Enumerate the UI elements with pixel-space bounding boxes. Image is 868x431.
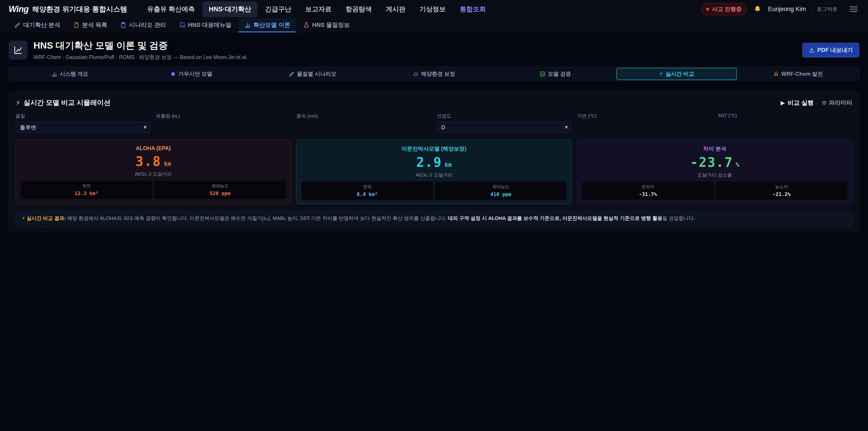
- chart-icon: [13, 45, 23, 55]
- logout-button[interactable]: 로그아웃: [812, 3, 842, 15]
- clipboard-icon: [120, 22, 126, 28]
- subtab-label: HNS 물질정보: [312, 21, 350, 29]
- nav-item-weather[interactable]: 기상정보: [413, 1, 452, 17]
- tab-label: 실시간 비교: [665, 70, 694, 78]
- nav-item-hns-atmos[interactable]: HNS·대기확산: [203, 1, 257, 17]
- result-unit: km: [164, 160, 171, 167]
- tab-gaussian-model[interactable]: 가우시안 모델: [131, 68, 252, 80]
- tab-label: 가우시안 모델: [178, 70, 213, 78]
- tab-marine-correction[interactable]: 해양환경 보정: [374, 68, 494, 80]
- nav-item-aerial-search[interactable]: 항공탐색: [339, 1, 378, 17]
- subtab-hns-manual[interactable]: HNS 대응매뉴얼: [174, 19, 237, 32]
- app-logo[interactable]: Wing 해양환경 위기대응 통합시스템: [8, 4, 127, 14]
- tab-label: 모델 검증: [548, 70, 571, 78]
- simulation-card: ⚡ 실시간 모델 비교 시뮬레이션 ▶ 비교 실행 ⚙ 파라미터 물질 톨루엔 …: [8, 91, 860, 232]
- material-field: 물질 톨루엔 ▼: [16, 113, 150, 133]
- tab-label: 해양환경 보정: [421, 70, 455, 78]
- nav-item-rescue[interactable]: 긴급구난: [259, 1, 298, 17]
- tab-model-validation[interactable]: 모델 검증: [495, 68, 616, 80]
- result-caption: AEGL-2 도달거리: [302, 172, 566, 178]
- sst-label: SST (°C): [718, 113, 852, 118]
- result-unit: %: [736, 161, 739, 168]
- parameter-form: 물질 톨루엔 ▼ 유출량 (kL) 풍속 (m/s) 안정도 D ▼: [15, 113, 853, 140]
- stat-area: 면적 8.4 km²: [302, 182, 433, 200]
- page-header-titles: HNS 대기확산 모델 이론 및 검증 WRF-Chem · Gaussian …: [33, 39, 248, 61]
- air-temp-input[interactable]: [577, 122, 712, 133]
- spill-amount-input[interactable]: [156, 122, 290, 133]
- sub-nav: 대기확산 분석 분석 목록 시나리오 관리 HNS 대응매뉴얼 확산모델 이론 …: [0, 19, 868, 33]
- nav-item-board[interactable]: 게시판: [379, 1, 412, 17]
- pencil-icon: [289, 71, 294, 77]
- tab-substance-scenarios[interactable]: 물질별 시나리오: [252, 68, 373, 80]
- tab-label: 시스템 개요: [60, 70, 88, 78]
- note-lead: 실시간 비교 결과:: [27, 215, 66, 221]
- stat-label: 농도차: [718, 184, 845, 190]
- pdf-export-button[interactable]: PDF 내보내기: [802, 43, 860, 57]
- pdf-export-label: PDF 내보내기: [817, 46, 853, 54]
- result-stats: 면적 8.4 km² 최대농도 410 ppm: [302, 182, 566, 200]
- stat-value: -31.7%: [584, 191, 712, 197]
- spill-amount-field: 유출량 (kL): [156, 113, 290, 133]
- subtab-label: 확산모델 이론: [253, 21, 290, 29]
- tab-system-overview[interactable]: 시스템 개요: [10, 68, 130, 80]
- stat-area: 면적 12.3 km²: [21, 181, 152, 199]
- result-value-line: -23.7 %: [582, 155, 847, 170]
- stat-value: 410 ppm: [437, 191, 565, 197]
- tab-realtime-comparison[interactable]: ⚡ 실시간 비교: [616, 68, 737, 80]
- stat-value: 8.4 km²: [303, 191, 431, 197]
- simulation-header: ⚡ 실시간 모델 비교 시뮬레이션 ▶ 비교 실행 ⚙ 파라미터: [15, 97, 853, 113]
- status-dot-icon: [706, 8, 709, 11]
- comparison-results: ALOHA (EPA) 3.8 km AEGL-2 도달거리 면적 12.3 k…: [15, 140, 853, 204]
- stat-value: 520 ppm: [156, 190, 284, 196]
- app-logo-text: 해양환경 위기대응 통합시스템: [32, 4, 127, 14]
- note-tail: 을 권장합니다.: [662, 215, 695, 221]
- subtab-label: 대기확산 분석: [23, 21, 60, 29]
- result-stats: 면적 12.3 km² 최대농도 520 ppm: [21, 181, 286, 199]
- section-tabs: 시스템 개요 가우시안 모델 물질별 시나리오 해양환경 보정 모델 검증 ⚡ …: [8, 67, 860, 81]
- stat-concentration-difference: 농도차 -21.2%: [716, 182, 847, 200]
- subtab-diffusion-model-theory[interactable]: 확산모델 이론: [239, 19, 296, 32]
- sst-input[interactable]: [718, 121, 852, 132]
- subtab-scenario-management[interactable]: 시나리오 관리: [114, 19, 172, 32]
- subtab-label: HNS 대응매뉴얼: [188, 21, 231, 29]
- parameters-label: 파라미터: [829, 99, 852, 107]
- nav-item-integrated-search[interactable]: 통합조회: [454, 1, 492, 17]
- subtab-label: 시나리오 관리: [129, 21, 166, 29]
- main-nav: 유출유 확산예측 HNS·대기확산 긴급구난 보고자료 항공탐색 게시판 기상정…: [141, 1, 492, 17]
- subtab-analysis-list[interactable]: 분석 목록: [67, 19, 113, 32]
- nav-item-oil-spill[interactable]: 유출유 확산예측: [141, 1, 201, 17]
- bell-icon: [754, 5, 761, 13]
- flask-icon: [303, 22, 309, 28]
- material-select[interactable]: 톨루엔: [16, 122, 150, 133]
- note-strong: 대피 구역 설정 시 ALOHA 결과를 보수적 기준으로, 이문진박사모델을 …: [448, 215, 662, 221]
- subtab-hns-substance-info[interactable]: HNS 물질정보: [298, 19, 355, 32]
- result-value-line: 2.9 km: [302, 155, 566, 170]
- result-card-title: 이문진박사모델 (해양보정): [302, 145, 566, 152]
- result-card-title: ALOHA (EPA): [21, 145, 286, 151]
- comparison-note: ⚡ 실시간 비교 결과: 해양 환경에서 ALOHA의 과대 예측 경향이 확인…: [16, 210, 852, 226]
- air-temp-label: 기온 (°C): [577, 113, 712, 119]
- tab-wrf-chem-evolution[interactable]: WRF-Chem 발전: [738, 68, 858, 80]
- download-icon: [809, 47, 815, 53]
- bolt-icon: ⚡: [659, 71, 663, 76]
- wind-speed-input[interactable]: [297, 122, 431, 133]
- parameters-button[interactable]: ⚙ 파라미터: [822, 99, 852, 107]
- run-comparison-button[interactable]: ▶ 비교 실행: [781, 99, 814, 107]
- material-label: 물질: [16, 113, 150, 119]
- cloud-icon: [413, 71, 418, 77]
- hamburger-menu-icon[interactable]: [848, 5, 860, 13]
- simulation-title-row: ⚡ 실시간 모델 비교 시뮬레이션: [16, 98, 111, 107]
- circle-icon: [170, 71, 176, 77]
- stat-value: 12.3 km²: [23, 190, 150, 196]
- stability-select[interactable]: D: [437, 122, 571, 133]
- nav-item-reports[interactable]: 보고자료: [299, 1, 338, 17]
- bar-chart-icon: [52, 71, 57, 77]
- stat-label: 면적: [23, 183, 150, 189]
- check-icon: [540, 71, 546, 77]
- document-icon: [73, 22, 79, 28]
- subtab-atmos-analysis[interactable]: 대기확산 분석: [8, 19, 66, 32]
- result-unit: km: [445, 161, 452, 168]
- notification-bell-button[interactable]: [753, 4, 762, 14]
- stat-area-difference: 면적차 -31.7%: [582, 182, 714, 200]
- incident-status-badge[interactable]: 사고 진행중: [701, 3, 747, 15]
